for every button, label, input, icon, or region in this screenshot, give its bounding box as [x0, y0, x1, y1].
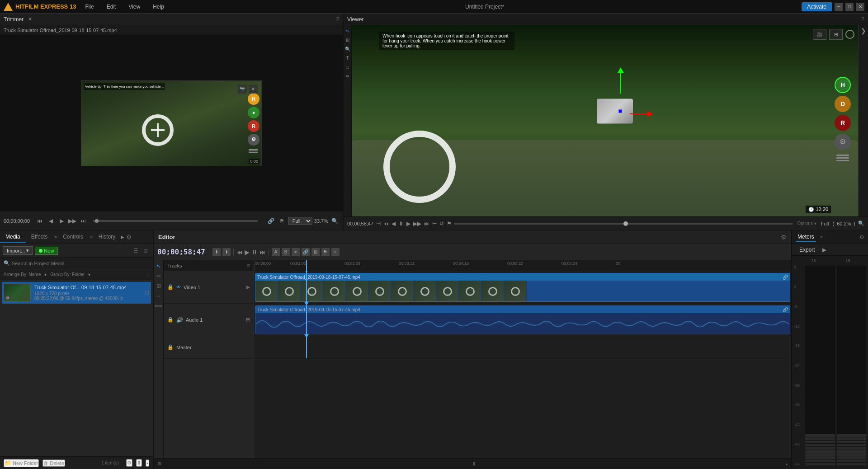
trimmer-snap-icon[interactable]: 🔗 — [267, 216, 276, 225]
group-arrow-icon[interactable]: ▾ — [88, 272, 90, 277]
trimmer-prev-btn[interactable]: ⏮ — [35, 216, 44, 225]
viewer-zoom-icon[interactable]: 🔍 — [858, 220, 864, 226]
trimmer-marker-icon[interactable]: ⚑ — [278, 216, 287, 225]
tab-effects[interactable]: Effects — [26, 232, 53, 243]
tl-blade-tool[interactable]: ✂ — [155, 272, 163, 280]
viewer-tab-label[interactable]: Viewer — [347, 16, 363, 23]
tl-magnet-tool[interactable]: ⊞ — [155, 282, 163, 290]
viewer-zoom-tool[interactable]: 🔍 — [344, 45, 351, 52]
tl-spacer-tool[interactable]: ⟺ — [155, 302, 163, 310]
menu-help[interactable]: Help — [149, 3, 168, 11]
viewer-scrubber[interactable] — [454, 223, 793, 225]
video1-vis-icon[interactable]: 👁 — [176, 285, 181, 290]
effects-tab-close[interactable]: ✕ — [54, 234, 57, 239]
audio-clip[interactable]: Truck Simulator Offroad_2019-09-18-15-07… — [255, 305, 790, 334]
viewer-marker-btn[interactable]: ⚑ — [447, 220, 452, 227]
audio1-audio-icon[interactable]: 🔊 — [176, 317, 183, 323]
tab-media[interactable]: Media — [0, 232, 26, 243]
audio1-lock-icon[interactable]: 🔒 — [167, 317, 174, 323]
right-panel-settings-icon[interactable]: ⚙ — [859, 234, 864, 240]
trimmer-next-btn[interactable]: ⏭ — [79, 216, 88, 225]
help-icon[interactable]: ? — [336, 16, 339, 23]
viewer-step-back-btn[interactable]: ◀ — [392, 220, 396, 227]
tl-pointer-tool[interactable]: ↖ — [155, 262, 163, 270]
tracks-menu-icon[interactable]: ≡ — [247, 263, 250, 269]
editor-link-icon[interactable]: 🔗 — [302, 248, 310, 256]
viewer-pen-tool[interactable]: ✏ — [344, 72, 351, 80]
game-btn-r[interactable]: R — [248, 120, 259, 132]
game-btn-gear[interactable]: ⚙ — [248, 134, 259, 145]
editor-settings-icon[interactable]: ⚙ — [781, 234, 787, 241]
viewer-step-fwd-btn[interactable]: ▶▶ — [413, 220, 421, 227]
tabs-arrow[interactable]: ▶ — [121, 234, 124, 239]
tab-history[interactable]: History — [93, 232, 121, 243]
editor-loop-b-icon[interactable]: B — [282, 248, 290, 256]
viewer-btn-d[interactable]: D — [835, 96, 851, 112]
close-button[interactable]: ✕ — [856, 3, 864, 11]
menu-view[interactable]: View — [125, 3, 144, 11]
trimmer-tab-label[interactable]: Trimmer — [4, 16, 24, 23]
trimmer-zoom-select[interactable]: Full50%25% — [288, 217, 312, 225]
trimmer-zoom-btn[interactable]: 🔍 — [330, 216, 339, 225]
grid-view-btn[interactable]: ⊞ — [141, 246, 150, 255]
editor-play-btn[interactable]: ▶ — [245, 249, 250, 256]
viewer-zoom-label[interactable]: Full — [821, 221, 829, 226]
editor-footer-dot[interactable]: • — [786, 461, 788, 467]
game-btn-h[interactable]: H — [248, 93, 259, 105]
media-item-options-icon[interactable]: ⊡ — [145, 290, 149, 296]
trimmer-camera-icon[interactable]: 📷 — [238, 84, 247, 94]
viewer-prev-btn[interactable]: ⏮ — [383, 220, 389, 227]
editor-add-marker-icon[interactable]: ⬇ — [212, 248, 221, 256]
editor-prev-btn[interactable]: ⏮ — [236, 249, 243, 256]
game-btn-circle[interactable]: ● — [248, 107, 259, 118]
tab-meters[interactable]: Meters — [796, 233, 816, 242]
trimmer-step-back-btn[interactable]: ◀ — [46, 216, 55, 225]
export-arrow[interactable]: ▶ — [822, 247, 826, 253]
editor-snap-icon[interactable]: ⬆ — [222, 248, 231, 256]
trimmer-scrubber-handle[interactable] — [95, 219, 99, 223]
viewer-record-icon[interactable] — [845, 30, 854, 39]
master-lock-icon[interactable]: 🔒 — [167, 344, 174, 350]
dot-icon[interactable]: • — [146, 460, 149, 467]
viewer-camera-icon[interactable]: 🎥 — [813, 29, 826, 40]
editor-extra-icon[interactable]: ≡ — [331, 248, 340, 256]
delete-button[interactable]: 🗑 Delete — [42, 460, 65, 467]
viewer-btn-bars[interactable] — [835, 153, 851, 165]
new-folder-button[interactable]: 📁 New Folder — [4, 459, 39, 467]
arrange-arrow-icon[interactable]: ▾ — [44, 272, 47, 277]
video-clip[interactable]: Truck Simulator Offroad_2019-09-18-15-07… — [255, 273, 790, 302]
editor-marker2-icon[interactable]: ⚑ — [321, 248, 330, 256]
trimmer-close[interactable]: ✕ — [28, 16, 32, 22]
tl-zoom-tool[interactable]: ↔ — [155, 292, 163, 300]
trimmer-scrubber[interactable] — [93, 220, 258, 222]
export-button[interactable]: Export — [796, 246, 819, 254]
import-button[interactable]: Import... ▾ — [3, 246, 33, 255]
trimmer-play-btn[interactable]: ▶ — [57, 216, 66, 225]
trimmer-step-fwd-btn[interactable]: ▶▶ — [68, 216, 77, 225]
video1-expand-icon[interactable]: ▶ — [246, 284, 250, 290]
editor-footer-gear-icon[interactable]: ⚙ — [157, 461, 162, 467]
activate-button[interactable]: Activate — [802, 2, 832, 11]
viewer-btn-gear[interactable]: ⚙ — [835, 134, 851, 150]
tabs-settings-icon[interactable]: ⚙ — [126, 234, 132, 241]
search-input[interactable] — [12, 261, 149, 266]
viewer-help-icon[interactable]: ? — [861, 16, 864, 23]
editor-loop-a-icon[interactable]: A — [272, 248, 280, 256]
audio1-mix-icon[interactable]: ⊞ — [246, 317, 250, 323]
trimmer-menu-icon[interactable]: ≡ — [249, 84, 258, 94]
viewer-scrubber-handle[interactable] — [623, 221, 628, 226]
upload-icon[interactable]: ⬆ — [136, 459, 142, 467]
viewer-play-btn[interactable]: ▶ — [406, 220, 410, 227]
viewer-text-tool[interactable]: T — [344, 54, 351, 61]
viewer-collapse-btn[interactable]: ❯ — [861, 27, 866, 34]
settings-footer-icon[interactable]: ⚙ — [126, 459, 132, 467]
maximize-button[interactable]: □ — [845, 3, 854, 11]
video1-lock-icon[interactable]: 🔒 — [167, 284, 174, 290]
media-item[interactable]: ▶ Truck Simulator Of...-09-18-15-07-45.m… — [2, 282, 151, 304]
viewer-stop-btn[interactable]: ⏸ — [398, 220, 404, 227]
viewer-next-btn[interactable]: ⏭ — [424, 220, 429, 227]
viewer-mark-in-btn[interactable]: ⊣ — [376, 220, 381, 227]
controls-tab-close[interactable]: ✕ — [90, 234, 93, 239]
viewer-crop-tool[interactable]: ⊞ — [344, 36, 351, 43]
editor-stop-btn[interactable]: ⏸ — [251, 249, 258, 256]
